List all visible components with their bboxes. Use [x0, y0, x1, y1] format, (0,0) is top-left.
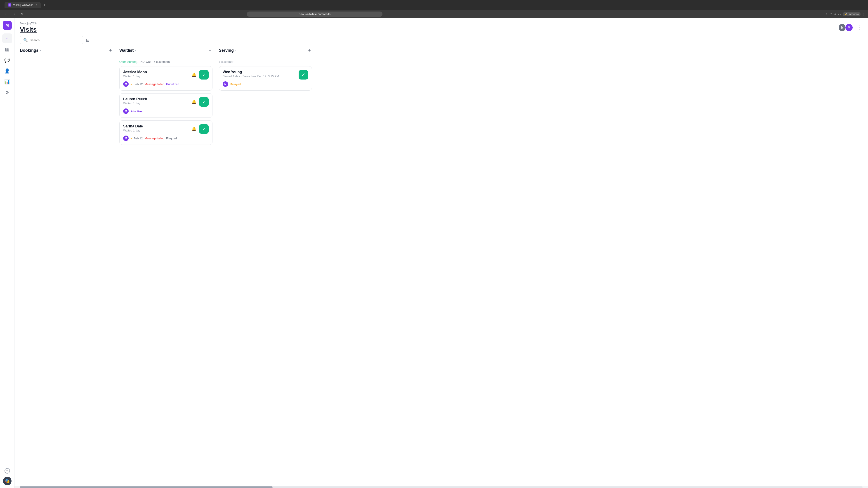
- user-avatar[interactable]: 🎭: [3, 477, 11, 485]
- active-tab[interactable]: M Visits | Waitwhile ×: [4, 2, 41, 8]
- tab-favicon: M: [8, 3, 11, 6]
- waitlist-cards: Jessica Moon Waited 1 day 🔔 ✓ M: [119, 66, 213, 148]
- waitlist-status-open: Open (forced): [119, 60, 137, 64]
- refresh-button[interactable]: ↻: [19, 11, 25, 17]
- filter-button[interactable]: ⊟: [86, 38, 89, 43]
- avatar-group: M M: [838, 24, 853, 32]
- tag-flagged-sarina[interactable]: Flagged: [166, 137, 177, 140]
- bell-button-sarina[interactable]: 🔔: [191, 126, 197, 132]
- serving-title[interactable]: Serving ›: [219, 48, 236, 53]
- extensions-icon[interactable]: ⬡: [830, 12, 832, 16]
- card-meta-avatar: M: [123, 81, 129, 87]
- bell-button-jessica[interactable]: 🔔: [191, 71, 197, 78]
- sidebar-item-users[interactable]: 👤: [2, 66, 12, 76]
- search-icon: 🔍: [23, 38, 28, 42]
- address-bar[interactable]: new.waitwhile.com/visits: [247, 11, 382, 17]
- address-bar-row: ← → ↻ new.waitwhile.com/visits ☆ ⬡ ⬇ ▭ 🕵…: [0, 10, 868, 18]
- search-field-wrap[interactable]: 🔍: [20, 36, 83, 44]
- sidebar-item-settings[interactable]: ⚙: [2, 88, 12, 98]
- help-icon: ?: [4, 468, 10, 474]
- visit-card-sarina-dale[interactable]: Sarina Dale Waited 1 day 🔔 ✓ M ●: [119, 121, 213, 145]
- bookmark-icon[interactable]: ☆: [825, 12, 828, 16]
- downloads-icon[interactable]: ⬇: [834, 12, 836, 16]
- card-meta-avatar: M: [223, 81, 228, 87]
- serving-chevron: ›: [235, 48, 236, 52]
- card-info: Wee Young Served 1 day · Serve time Feb …: [223, 70, 279, 78]
- card-waited: Waited 1 day: [123, 129, 143, 132]
- waitlist-title[interactable]: Waitlist ›: [119, 48, 136, 53]
- app-logo[interactable]: M: [3, 21, 12, 30]
- columns-scroll: Bookings › + Waitlist ›: [14, 47, 868, 486]
- serving-customer-count: 1 customer: [219, 60, 313, 64]
- messages-icon: 💬: [4, 57, 10, 63]
- columns-wrapper: Bookings › + Waitlist ›: [14, 47, 868, 488]
- scrollbar-thumb[interactable]: [20, 486, 273, 488]
- card-name: Jessica Moon: [123, 70, 147, 74]
- sidebar-item-help[interactable]: ?: [2, 466, 12, 476]
- tag-message-failed-sarina[interactable]: Message failed: [145, 137, 164, 140]
- sidebar: M ⌂ ▦ 💬 👤 📊 ⚙ ? 🎭: [0, 18, 14, 488]
- card-meta: M ● Feb 12 Message failed Flagged: [123, 135, 209, 141]
- card-waited: Waited 1 day: [123, 74, 147, 78]
- card-top: Wee Young Served 1 day · Serve time Feb …: [223, 70, 308, 79]
- waitlist-status-bar: Open (forced) · N/A wait · 5 customers: [119, 60, 213, 64]
- incognito-icon: 🕵: [844, 13, 848, 15]
- menu-icon[interactable]: ⋮: [862, 12, 865, 16]
- browser-actions: ☆ ⬡ ⬇ ▭ 🕵 Incognito ⋮: [825, 12, 865, 16]
- tag-prioritized-lauren[interactable]: Prioritized: [130, 109, 144, 113]
- tab-title: Visits | Waitwhile: [13, 3, 33, 6]
- card-top: Jessica Moon Waited 1 day 🔔 ✓: [123, 70, 209, 79]
- forward-button[interactable]: →: [11, 11, 17, 17]
- check-button-lauren[interactable]: ✓: [199, 97, 209, 107]
- visit-card-wee-young[interactable]: Wee Young Served 1 day · Serve time Feb …: [219, 66, 312, 91]
- sidebar-item-messages[interactable]: 💬: [2, 55, 12, 65]
- bookings-add-button[interactable]: +: [107, 47, 114, 54]
- card-meta-date: Feb 12: [133, 137, 143, 140]
- avatar-m2[interactable]: M: [845, 24, 853, 32]
- card-info: Lauren Reech Waited 1 day: [123, 97, 147, 105]
- bookings-column-header: Bookings › +: [20, 47, 114, 57]
- waitlist-status-suffix: · N/A wait · 5 customers: [139, 60, 170, 64]
- calendar-icon: ▦: [5, 46, 9, 52]
- waitlist-add-button[interactable]: +: [207, 47, 213, 54]
- app-container: M ⌂ ▦ 💬 👤 📊 ⚙ ? 🎭 Moodjo: [0, 18, 868, 488]
- main-content: Moodjoy7434 Visits M M ⋮ 🔍 ⊟: [14, 18, 868, 488]
- search-input[interactable]: [30, 38, 80, 42]
- sidebar-item-home[interactable]: ⌂: [2, 33, 12, 43]
- visit-card-jessica-moon[interactable]: Jessica Moon Waited 1 day 🔔 ✓ M: [119, 66, 213, 91]
- avatar-image: 🎭: [5, 479, 10, 484]
- tag-prioritized-jessica[interactable]: Prioritized: [166, 83, 179, 86]
- check-button-jessica[interactable]: ✓: [199, 70, 209, 79]
- tag-message-failed-jessica[interactable]: Message failed: [145, 83, 164, 86]
- bell-button-lauren[interactable]: 🔔: [191, 98, 197, 105]
- card-info: Jessica Moon Waited 1 day: [123, 70, 147, 78]
- tag-delayed-wee-young[interactable]: Delayed: [230, 83, 241, 86]
- check-button-wee-young[interactable]: ✓: [299, 70, 308, 79]
- visit-card-lauren-reech[interactable]: Lauren Reech Waited 1 day 🔔 ✓ M: [119, 93, 213, 118]
- topbar-right: M M ⋮: [838, 24, 863, 32]
- card-name: Sarina Dale: [123, 124, 143, 128]
- search-row: 🔍 ⊟: [14, 33, 868, 47]
- card-meta: M Prioritized: [123, 108, 209, 114]
- card-actions: ✓: [299, 70, 308, 79]
- serving-add-button[interactable]: +: [306, 47, 313, 54]
- page-title[interactable]: Visits: [20, 26, 37, 33]
- new-tab-button[interactable]: +: [43, 3, 46, 7]
- serving-column-header: Serving › +: [219, 47, 313, 57]
- check-button-sarina[interactable]: ✓: [199, 124, 209, 134]
- bookings-title[interactable]: Bookings ›: [20, 48, 41, 53]
- device-icon[interactable]: ▭: [838, 12, 841, 16]
- back-button[interactable]: ←: [3, 11, 9, 17]
- card-info: Sarina Dale Waited 1 day: [123, 124, 143, 132]
- more-options-button[interactable]: ⋮: [856, 24, 863, 31]
- analytics-icon: 📊: [4, 79, 10, 85]
- tab-close-button[interactable]: ×: [35, 3, 37, 6]
- card-meta-date: Feb 12: [133, 83, 143, 86]
- scrollbar-track: [20, 486, 863, 488]
- org-name: Moodjoy7434: [20, 22, 37, 25]
- card-waited: Waited 1 day: [123, 102, 147, 105]
- card-meta-avatar: M: [123, 135, 129, 141]
- horizontal-scrollbar[interactable]: [14, 486, 868, 488]
- sidebar-item-calendar[interactable]: ▦: [2, 44, 12, 54]
- sidebar-item-analytics[interactable]: 📊: [2, 77, 12, 87]
